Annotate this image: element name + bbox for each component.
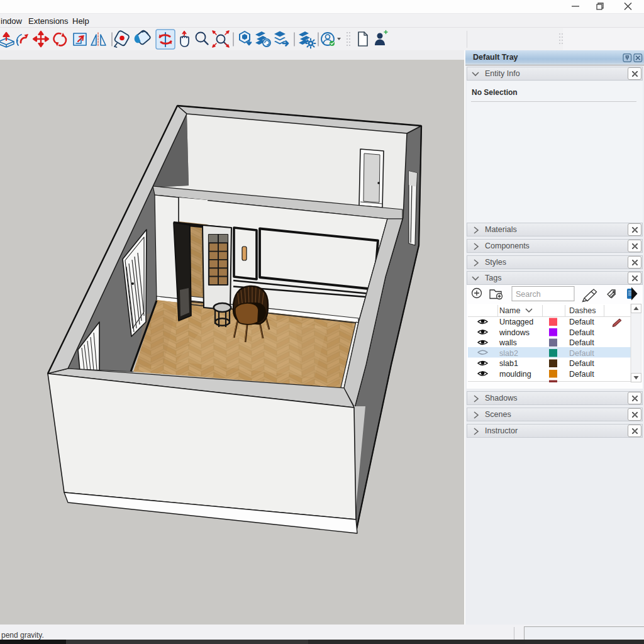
svg-text:Default: Default (569, 318, 594, 326)
svg-text:Name: Name (499, 306, 520, 315)
svg-text:slab2: slab2 (499, 349, 518, 358)
svg-text:walls: walls (499, 338, 517, 347)
svg-text:slab1: slab1 (499, 359, 518, 368)
svg-text:Dashes: Dashes (569, 306, 596, 315)
svg-text:Search: Search (516, 290, 541, 299)
svg-text:Default: Default (569, 370, 594, 379)
svg-text:windows: windows (499, 328, 530, 337)
svg-text:Default: Default (569, 349, 594, 358)
svg-text:Default: Default (569, 328, 594, 337)
svg-text:Default: Default (569, 359, 594, 368)
svg-text:Untagged: Untagged (499, 318, 533, 326)
svg-text:Default: Default (569, 338, 594, 347)
svg-text:moulding: moulding (499, 370, 531, 379)
